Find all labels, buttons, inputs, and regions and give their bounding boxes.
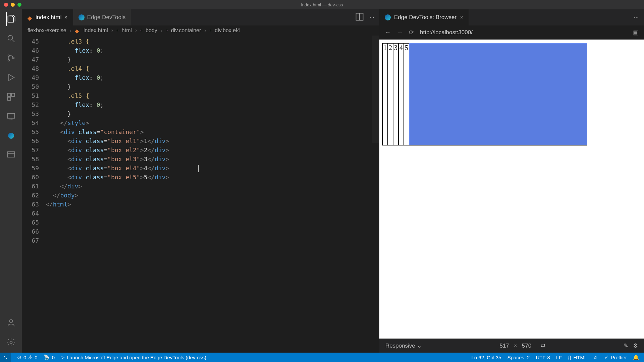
flex-box: 3 [393, 43, 398, 145]
flex-box: 1 [382, 43, 388, 145]
viewport-height-input[interactable]: 570 [522, 343, 531, 349]
viewport-width-input[interactable]: 517 [499, 343, 509, 349]
device-toolbar: Responsive ⌄ 517 × 570 ⇄ ✎ ⚙ [379, 339, 644, 353]
indentation[interactable]: Spaces: 2 [507, 355, 530, 360]
activity-bar [0, 9, 22, 353]
window-controls [4, 3, 21, 7]
copilot-icon[interactable]: ☺ [593, 355, 598, 360]
breadcrumb-project[interactable]: flexbox-exercise [28, 27, 66, 34]
minimap[interactable] [372, 36, 379, 143]
language-mode[interactable]: {} HTML [568, 355, 587, 360]
tag-icon: ▫ [166, 27, 168, 34]
browser-preview[interactable]: 1 2 3 4 5 [379, 40, 644, 339]
close-tab-icon[interactable]: × [460, 14, 463, 21]
device-select[interactable]: Responsive ⌄ [385, 342, 422, 349]
chevron-right-icon: › [161, 27, 162, 34]
run-debug-icon[interactable] [6, 72, 16, 82]
flex-box: 5 [404, 43, 409, 145]
devtools-tabs: Edge DevTools: Browser × ··· [379, 9, 644, 25]
breadcrumbs[interactable]: flexbox-exercise › ◆ index.html › ▫ html… [22, 25, 379, 36]
eol[interactable]: LF [556, 355, 562, 360]
svg-rect-7 [7, 114, 14, 118]
live-preview-icon[interactable] [6, 150, 16, 160]
back-icon[interactable]: ← [385, 29, 391, 36]
flex-box: 4 [398, 43, 404, 145]
svg-rect-4 [7, 94, 10, 97]
close-tab-icon[interactable]: × [64, 14, 67, 20]
tab-devtools-browser[interactable]: Edge DevTools: Browser × [379, 9, 469, 25]
tag-icon: ▫ [116, 27, 118, 34]
screenshot-icon[interactable]: ✎ [624, 342, 628, 349]
svg-point-3 [12, 57, 14, 59]
edge-tools-icon[interactable] [6, 131, 16, 141]
encoding[interactable]: UTF-8 [536, 355, 550, 360]
search-icon[interactable] [6, 34, 16, 44]
breadcrumb-node[interactable]: div.container [171, 27, 201, 34]
more-actions-icon[interactable]: ··· [634, 14, 639, 21]
ports-indicator[interactable]: 📡0 [44, 354, 55, 360]
minimize-window-button[interactable] [11, 3, 15, 7]
check-icon: ✓ [604, 354, 609, 360]
device-label: Responsive [385, 343, 415, 349]
explorer-icon[interactable] [6, 14, 16, 24]
settings-gear-icon[interactable] [6, 337, 16, 347]
preview-viewport: 1 2 3 4 5 [382, 43, 587, 145]
url-input[interactable]: http://localhost:3000/ [420, 29, 627, 36]
inspect-icon[interactable]: ▣ [633, 29, 639, 36]
extensions-icon[interactable] [6, 92, 16, 102]
port-count: 0 [52, 355, 55, 360]
edge-icon [78, 14, 85, 20]
svg-point-1 [8, 55, 9, 57]
fullscreen-window-button[interactable] [17, 3, 21, 7]
forward-icon[interactable]: → [397, 29, 403, 36]
edge-icon [385, 14, 391, 20]
problems-indicator[interactable]: ⊘0 ⚠0 [17, 354, 38, 360]
chevron-right-icon: › [111, 27, 113, 34]
breadcrumb-node[interactable]: html [122, 27, 132, 34]
code-content[interactable]: .el3 { flex: 0; } .el4 { flex: 0; } .el5… [46, 36, 379, 353]
tab-edge-devtools[interactable]: Edge DevTools [73, 9, 131, 25]
tab-label: Edge DevTools [87, 14, 125, 21]
source-control-icon[interactable] [6, 53, 16, 63]
html-file-icon: ◆ [75, 28, 80, 33]
editor-tabs: ◆ index.html × Edge DevTools ··· [22, 9, 379, 25]
remote-explorer-icon[interactable] [6, 111, 16, 121]
titlebar: index.html — dev-css [0, 0, 644, 9]
launch-label: Launch Microsoft Edge and open the Edge … [67, 355, 206, 360]
browser-toolbar: ← → ⟳ http://localhost:3000/ ▣ [379, 25, 644, 40]
prettier-label: Prettier [611, 355, 627, 360]
status-bar: ⇋ ⊘0 ⚠0 📡0 ▷ Launch Microsoft Edge and o… [0, 353, 644, 362]
close-window-button[interactable] [4, 3, 8, 7]
error-count: 0 [23, 355, 26, 360]
main-layout: ◆ index.html × Edge DevTools ··· flexbox… [0, 9, 644, 353]
reload-icon[interactable]: ⟳ [409, 29, 414, 36]
antenna-icon: 📡 [44, 354, 50, 360]
breadcrumb-file[interactable]: index.html [84, 27, 108, 34]
svg-rect-5 [11, 94, 14, 97]
remote-indicator[interactable]: ⇋ [0, 353, 11, 362]
chevron-right-icon: › [135, 27, 137, 34]
editor-group: ◆ index.html × Edge DevTools ··· flexbox… [22, 9, 379, 353]
notifications-icon[interactable]: 🔔 [633, 354, 639, 360]
breadcrumb-node[interactable]: div.box.el4 [215, 27, 240, 34]
tab-label: Edge DevTools: Browser [394, 14, 457, 21]
tab-index-html[interactable]: ◆ index.html × [22, 9, 73, 25]
more-actions-icon[interactable]: ··· [370, 14, 374, 21]
prettier-status[interactable]: ✓ Prettier [604, 354, 627, 360]
code-editor[interactable]: 4546474849505152535455565758596061626364… [22, 36, 379, 353]
editor-actions: ··· [350, 9, 379, 25]
cursor-position[interactable]: Ln 62, Col 35 [471, 355, 501, 360]
language-label: HTML [573, 355, 587, 360]
flex-box: 2 [388, 43, 393, 145]
split-editor-icon[interactable] [355, 12, 364, 23]
devtools-tab-actions: ··· [629, 9, 644, 25]
braces-icon: {} [568, 355, 571, 360]
settings-icon[interactable]: ⚙ [633, 342, 638, 349]
breadcrumb-node[interactable]: body [146, 27, 157, 34]
svg-point-10 [10, 341, 12, 344]
accounts-icon[interactable] [6, 318, 16, 328]
launch-task[interactable]: ▷ Launch Microsoft Edge and open the Edg… [61, 354, 206, 360]
tag-icon: ▫ [210, 27, 212, 34]
rotate-icon[interactable]: ⇄ [541, 342, 545, 349]
play-icon: ▷ [61, 354, 65, 360]
